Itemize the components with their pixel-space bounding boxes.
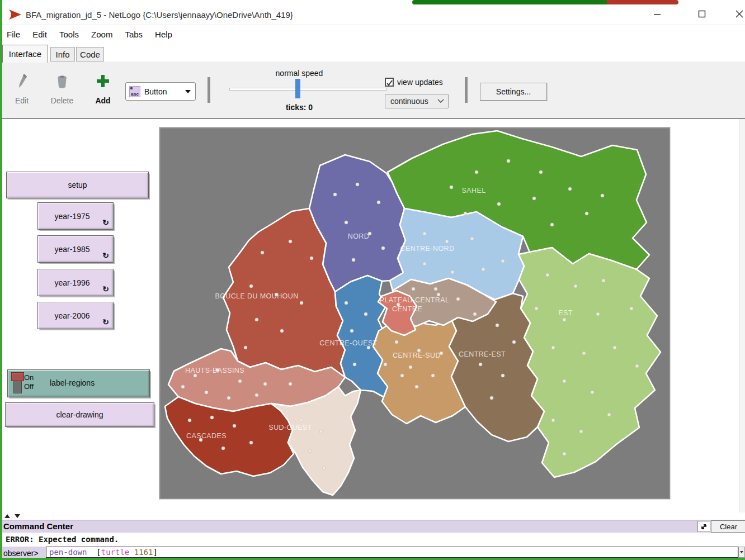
observer-prompt: observer> <box>3 549 39 558</box>
command-center-header <box>0 520 745 533</box>
clear-drawing-button[interactable]: clear-drawing <box>5 402 154 427</box>
world-view[interactable]: SAHEL EST NORD CENTRE-NORD BOUCLE DU MOU… <box>159 127 670 499</box>
year-2006-button[interactable]: year-2006 ↻ <box>37 302 114 329</box>
screen-border-left <box>0 0 2 560</box>
recording-indicator-green <box>412 0 607 4</box>
ticks-counter: ticks: 0 <box>254 103 344 112</box>
switch-on-label: On <box>24 373 34 382</box>
close-button[interactable] <box>730 6 745 22</box>
menu-tools[interactable]: Tools <box>59 30 79 39</box>
svg-text:BOUCLE DU MOUHOUN: BOUCLE DU MOUHOUN <box>215 292 298 300</box>
setup-button[interactable]: setup <box>6 172 149 198</box>
minimize-button[interactable] <box>648 6 667 22</box>
region-centre-sud <box>373 317 465 424</box>
widget-type-value: Button <box>144 87 167 96</box>
edit-label: Edit <box>8 96 36 105</box>
menu-bar: File Edit Tools Zoom Tabs Help <box>2 25 745 43</box>
command-history-button[interactable] <box>738 547 745 558</box>
command-token: pen-down <box>49 548 87 557</box>
command-center-resize-button[interactable] <box>697 521 710 532</box>
year-button-label: year-1975 <box>54 212 89 221</box>
year-1985-button[interactable]: year-1985 ↻ <box>37 235 114 263</box>
svg-text:SUD-OUEST: SUD-OUEST <box>268 424 312 431</box>
netlogo-logo-icon <box>8 8 22 23</box>
forever-icon: ↻ <box>102 284 109 293</box>
command-center-clear-button[interactable]: Clear <box>711 520 745 533</box>
label-regions-switch[interactable]: On Off label-regions <box>7 369 150 397</box>
chevron-down-icon <box>740 551 743 553</box>
add-label: Add <box>94 96 112 105</box>
forever-icon: ↻ <box>102 317 109 326</box>
view-updates-checkbox[interactable] <box>385 78 394 87</box>
svg-text:NORD: NORD <box>348 232 369 240</box>
speed-slider-handle[interactable] <box>295 79 300 98</box>
burkina-faso-map: SAHEL EST NORD CENTRE-NORD BOUCLE DU MOU… <box>161 129 669 498</box>
svg-text:CENTRE-OUEST: CENTRE-OUEST <box>319 339 377 347</box>
widget-type-dropdown[interactable]: abc Button <box>125 82 196 101</box>
speed-slider-label: normal speed <box>254 69 344 78</box>
vertical-scrollbar[interactable] <box>739 119 745 512</box>
speed-slider-track[interactable] <box>229 88 387 91</box>
switch-off-label: Off <box>24 382 34 391</box>
command-token: turtle <box>101 548 130 557</box>
menu-help[interactable]: Help <box>155 30 172 39</box>
forever-icon: ↻ <box>102 218 109 227</box>
tab-interface[interactable]: Interface <box>2 45 48 63</box>
chevron-down-icon <box>437 99 444 103</box>
svg-text:CENTRE-NORD: CENTRE-NORD <box>400 245 455 253</box>
svg-text:EST: EST <box>558 309 573 317</box>
edit-pencil-icon[interactable] <box>17 73 29 92</box>
svg-text:HAUTS-BASSINS: HAUTS-BASSINS <box>185 367 244 374</box>
command-center-title: Command Center <box>3 521 73 531</box>
year-1996-button[interactable]: year-1996 ↻ <box>37 269 114 296</box>
command-token: 1161 <box>129 548 153 557</box>
menu-edit[interactable]: Edit <box>32 30 47 39</box>
interface-toolbar: Edit Delete Add abc Button normal speed … <box>0 61 745 119</box>
year-button-label: year-2006 <box>54 311 89 320</box>
svg-text:CASCADES: CASCADES <box>186 432 227 440</box>
svg-text:PLATEAU-CENTRAL: PLATEAU-CENTRAL <box>380 296 450 304</box>
splitter-up-arrow[interactable] <box>4 514 10 518</box>
add-plus-icon[interactable] <box>96 74 110 90</box>
update-mode-dropdown[interactable]: continuous <box>385 94 449 108</box>
settings-button[interactable]: Settings... <box>480 83 547 101</box>
tab-info[interactable]: Info <box>50 47 75 61</box>
command-input[interactable]: pen-down [turtle 1161] <box>46 547 738 558</box>
check-icon <box>386 79 393 87</box>
menu-file[interactable]: File <box>7 30 20 39</box>
year-1975-button[interactable]: year-1975 ↻ <box>37 202 114 230</box>
delete-label: Delete <box>47 96 77 105</box>
menu-tabs[interactable]: Tabs <box>125 30 143 39</box>
svg-text:SAHEL: SAHEL <box>462 187 486 194</box>
svg-text:CENTRE: CENTRE <box>392 305 422 313</box>
splitter-down-arrow[interactable] <box>15 514 20 518</box>
switch-knob[interactable] <box>11 372 24 381</box>
tab-bar: Interface Info Code <box>2 44 745 61</box>
clear-drawing-label: clear-drawing <box>56 410 103 419</box>
command-center-output: ERROR: Expected command. <box>2 533 745 547</box>
tab-code[interactable]: Code <box>76 47 104 61</box>
netlogo-window: BFA_migration_jd_5 - NetLogo {C:\Users\j… <box>0 0 745 560</box>
maximize-button[interactable] <box>692 6 711 22</box>
svg-text:CENTRE-SUD: CENTRE-SUD <box>393 352 441 359</box>
menu-zoom[interactable]: Zoom <box>91 30 112 39</box>
button-widget-icon: abc <box>129 86 140 97</box>
switch-label: label-regions <box>50 378 95 387</box>
year-button-label: year-1985 <box>54 245 89 254</box>
forever-icon: ↻ <box>102 251 109 260</box>
view-updates-label: view updates <box>397 78 443 87</box>
toolbar-separator <box>465 77 468 103</box>
delete-trash-icon[interactable] <box>56 74 68 92</box>
resize-arrows-icon <box>700 523 708 530</box>
screen-border-bottom <box>0 558 745 560</box>
error-message: ERROR: Expected command. <box>6 535 119 544</box>
toolbar-separator <box>208 77 210 103</box>
window-title: BFA_migration_jd_5 - NetLogo {C:\Users\j… <box>26 10 293 20</box>
title-bar: BFA_migration_jd_5 - NetLogo {C:\Users\j… <box>0 4 745 25</box>
svg-text:CENTRE-EST: CENTRE-EST <box>459 350 506 358</box>
command-token: ] <box>153 548 157 557</box>
year-button-label: year-1996 <box>54 278 89 287</box>
recording-indicator-red <box>607 0 678 4</box>
chevron-down-icon <box>185 90 191 93</box>
setup-button-label: setup <box>68 181 87 189</box>
